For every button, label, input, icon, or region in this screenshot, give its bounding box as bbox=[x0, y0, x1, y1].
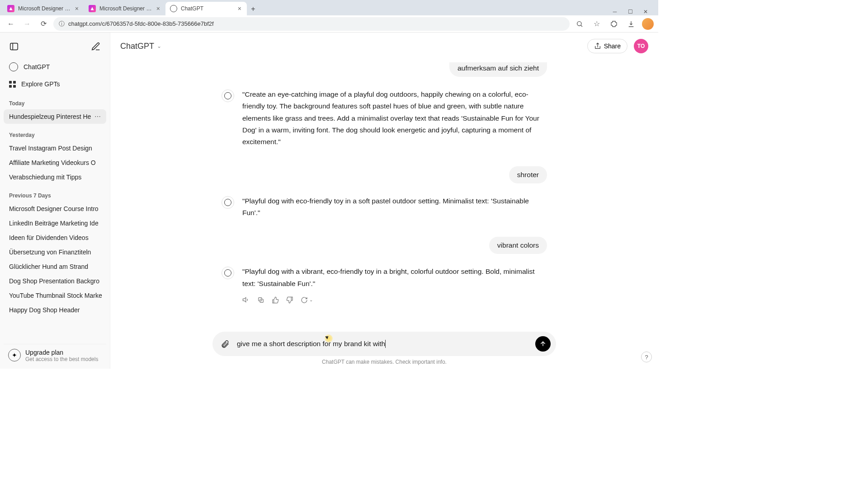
conversation-item[interactable]: Affiliate Marketing Videokurs O bbox=[4, 155, 106, 170]
section-label: Yesterday bbox=[4, 124, 106, 141]
assistant-message: "Playful dog with eco-friendly toy in a … bbox=[222, 195, 547, 219]
tab-close-icon[interactable]: × bbox=[156, 5, 161, 12]
zoom-icon[interactable] bbox=[573, 18, 586, 30]
upgrade-plan-button[interactable]: ✦ Upgrade plan Get access to the best mo… bbox=[4, 344, 106, 365]
copy-button[interactable] bbox=[257, 296, 264, 304]
regenerate-button[interactable]: ⌄ bbox=[301, 296, 313, 304]
send-button[interactable] bbox=[535, 336, 551, 352]
thumbs-up-button[interactable] bbox=[272, 296, 279, 304]
main-header: ChatGPT ⌄ Share TO bbox=[110, 33, 658, 60]
composer-value: give me a short description for my brand… bbox=[237, 340, 385, 347]
address-bar-row: ← → ⟳ ⓘ chatgpt.com/c/6706357d-5fdc-800e… bbox=[0, 15, 658, 33]
conversation-item[interactable]: Ideen für Dividenden Videos bbox=[4, 230, 106, 245]
conversation-title: Glücklicher Hund am Strand bbox=[9, 263, 88, 270]
conversation-item-active[interactable]: Hundespielzeug Pinterest He ⋯ bbox=[4, 109, 106, 124]
share-button[interactable]: Share bbox=[587, 39, 627, 53]
conversation-item[interactable]: Dog Shop Presentation Backgro bbox=[4, 274, 106, 288]
conversation-item[interactable]: Microsoft Designer Course Intro bbox=[4, 202, 106, 216]
window-maximize[interactable]: ☐ bbox=[627, 8, 634, 15]
tab-close-icon[interactable]: × bbox=[74, 5, 80, 12]
user-message: shroter bbox=[222, 166, 547, 183]
user-avatar[interactable]: TO bbox=[634, 39, 648, 53]
site-info-icon[interactable]: ⓘ bbox=[59, 20, 65, 28]
window-close[interactable]: ✕ bbox=[642, 8, 649, 15]
chevron-down-icon: ⌄ bbox=[309, 297, 313, 302]
help-button[interactable]: ? bbox=[641, 352, 652, 362]
conversation-item[interactable]: Glücklicher Hund am Strand bbox=[4, 259, 106, 274]
conversation-item[interactable]: YouTube Thumbnail Stock Marke bbox=[4, 288, 106, 303]
conversation-title: Happy Dog Shop Header bbox=[9, 306, 80, 314]
conversation-item[interactable]: Übersetzung von Finanztiteln bbox=[4, 245, 106, 259]
tab-close-icon[interactable]: × bbox=[237, 5, 242, 12]
model-switcher[interactable]: ChatGPT ⌄ bbox=[120, 42, 161, 51]
attach-button[interactable] bbox=[219, 338, 231, 350]
downloads-icon[interactable] bbox=[625, 18, 637, 30]
conversation-item[interactable]: LinkedIn Beiträge Marketing Ide bbox=[4, 216, 106, 230]
url-text: chatgpt.com/c/6706357d-5fdc-800e-83b5-73… bbox=[68, 20, 214, 27]
page: ChatGPT Explore GPTs Today Hundespielzeu… bbox=[0, 33, 658, 369]
conversation-title: Dog Shop Presentation Backgro bbox=[9, 277, 99, 285]
browser-chrome: Microsoft Designer - Stunning × Microsof… bbox=[0, 0, 658, 33]
assistant-text: "Playful dog with eco-friendly toy in a … bbox=[242, 195, 547, 219]
conversation-item[interactable]: Verabschiedung mit Tipps bbox=[4, 170, 106, 184]
sidebar-item-chatgpt[interactable]: ChatGPT bbox=[4, 58, 106, 76]
share-label: Share bbox=[604, 42, 621, 50]
main: ChatGPT ⌄ Share TO aufmerksam auf sich z… bbox=[110, 33, 658, 369]
favicon-designer bbox=[7, 5, 14, 12]
assistant-avatar bbox=[222, 89, 234, 102]
assistant-avatar bbox=[222, 267, 234, 279]
conversation-item[interactable]: Travel Instagram Post Design bbox=[4, 141, 106, 155]
openai-icon bbox=[224, 199, 231, 206]
tab-title: ChatGPT bbox=[181, 5, 233, 12]
browser-tab[interactable]: Microsoft Designer - Stunning × bbox=[84, 2, 165, 15]
conversation-title: LinkedIn Beiträge Marketing Ide bbox=[9, 220, 99, 227]
user-bubble: aufmerksam auf sich zieht bbox=[449, 62, 547, 77]
composer: give me a short description for my brand… bbox=[212, 332, 556, 356]
window-minimize[interactable]: ─ bbox=[611, 8, 618, 15]
conversation-item[interactable]: Happy Dog Shop Header bbox=[4, 303, 106, 317]
user-text: shroter bbox=[517, 171, 539, 178]
user-text: vibrant colors bbox=[497, 241, 539, 249]
nav-back[interactable]: ← bbox=[5, 18, 17, 30]
nav-forward[interactable]: → bbox=[21, 18, 33, 30]
upgrade-subtitle: Get access to the best models bbox=[25, 356, 98, 362]
openai-icon bbox=[9, 62, 18, 71]
assistant-text: "Playful dog with a vibrant, eco-friendl… bbox=[242, 266, 547, 290]
svg-rect-2 bbox=[10, 43, 18, 50]
section-label: Previous 7 Days bbox=[4, 184, 106, 202]
assistant-message: "Create an eye-catching image of a playf… bbox=[222, 89, 547, 148]
user-message: vibrant colors bbox=[222, 237, 547, 254]
read-aloud-button[interactable] bbox=[242, 296, 250, 304]
address-bar[interactable]: ⓘ chatgpt.com/c/6706357d-5fdc-800e-83b5-… bbox=[53, 17, 570, 31]
conversation-title: Hundespielzeug Pinterest He bbox=[9, 113, 91, 120]
collapse-sidebar-button[interactable] bbox=[6, 39, 22, 54]
new-tab-button[interactable]: + bbox=[247, 3, 259, 15]
more-icon[interactable]: ⋯ bbox=[94, 113, 101, 120]
sparkle-icon: ✦ bbox=[8, 349, 21, 361]
conversation-list: Today Hundespielzeug Pinterest He ⋯ Yest… bbox=[4, 92, 106, 342]
browser-profile-avatar[interactable] bbox=[642, 18, 654, 30]
user-bubble: shroter bbox=[509, 166, 547, 183]
nav-reload[interactable]: ⟳ bbox=[37, 18, 50, 30]
thumbs-down-button[interactable] bbox=[286, 296, 293, 304]
message-actions: ⌄ bbox=[242, 296, 547, 304]
assistant-message: "Playful dog with a vibrant, eco-friendl… bbox=[222, 266, 547, 304]
browser-tab[interactable]: Microsoft Designer - Stunning × bbox=[3, 2, 84, 15]
openai-icon bbox=[224, 92, 231, 99]
composer-area: give me a short description for my brand… bbox=[110, 328, 658, 369]
chat-scroll[interactable]: aufmerksam auf sich zieht "Create an eye… bbox=[110, 60, 658, 328]
browser-tab-active[interactable]: ChatGPT × bbox=[165, 2, 247, 15]
bookmark-icon[interactable]: ☆ bbox=[590, 18, 603, 30]
sidebar-item-explore[interactable]: Explore GPTs bbox=[4, 76, 106, 92]
extensions-icon[interactable] bbox=[608, 18, 620, 30]
composer-input[interactable]: give me a short description for my brand… bbox=[237, 340, 530, 348]
new-chat-button[interactable] bbox=[88, 39, 104, 54]
window-controls: ─ ☐ ✕ bbox=[611, 8, 656, 15]
grid-icon bbox=[9, 81, 16, 88]
assistant-avatar bbox=[222, 196, 234, 209]
model-name: ChatGPT bbox=[120, 42, 154, 51]
user-message: aufmerksam auf sich zieht bbox=[222, 62, 547, 77]
assistant-text: "Create an eye-catching image of a playf… bbox=[242, 89, 547, 148]
conversation-title: Microsoft Designer Course Intro bbox=[9, 205, 99, 212]
conversation-title: Travel Instagram Post Design bbox=[9, 145, 92, 152]
